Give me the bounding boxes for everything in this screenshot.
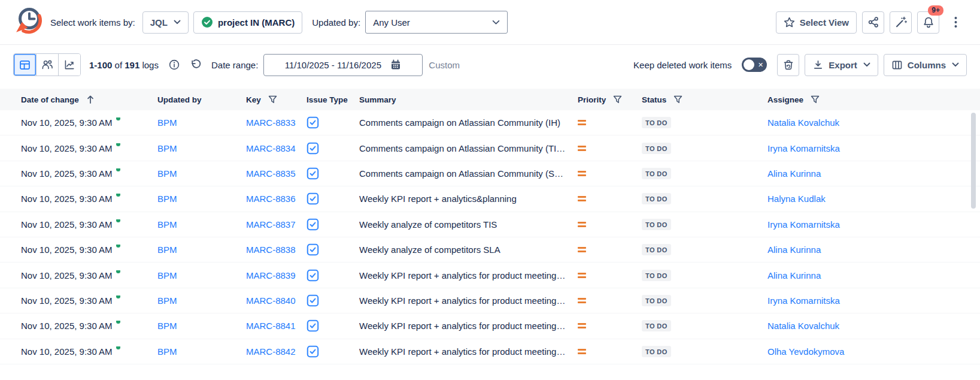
task-issue-type-icon	[307, 218, 319, 231]
assignee-link[interactable]: Iryna Komarnitska	[767, 295, 840, 306]
updated-by-link[interactable]: BPM	[157, 321, 177, 331]
assignee-link[interactable]: Alina Kurinna	[767, 168, 821, 179]
column-header-summary[interactable]: Summary	[359, 95, 578, 104]
star-icon	[784, 17, 795, 28]
assignee-link[interactable]: Iryna Komarnitska	[767, 143, 840, 153]
issue-type-cell	[307, 319, 359, 332]
filter-funnel-icon[interactable]	[811, 95, 820, 104]
user-filter-select[interactable]: Any User	[365, 11, 508, 34]
column-header-key[interactable]: Key	[246, 95, 307, 104]
columns-button[interactable]: Columns	[884, 54, 967, 76]
work-item-key-link[interactable]: MARC-8842	[246, 346, 296, 357]
work-item-key-link[interactable]: MARC-8835	[246, 168, 296, 179]
summary-cell: Weekly KPI report + analytics for produc…	[359, 295, 578, 306]
date-range-input[interactable]: 11/10/2025 - 11/16/2025	[263, 54, 423, 76]
column-header-assignee[interactable]: Assignee	[767, 95, 980, 104]
updated-by-link[interactable]: BPM	[157, 194, 177, 204]
jql-dropdown-button[interactable]: JQL	[142, 11, 189, 34]
date-of-change: Nov 10, 2025, 9:30 AM	[21, 295, 113, 306]
filter-funnel-icon[interactable]	[613, 95, 622, 104]
info-button[interactable]	[168, 59, 180, 71]
key-cell: MARC-8840	[246, 295, 307, 306]
logs-table: Date of change Updated by Key Issue Type…	[0, 89, 980, 364]
work-item-key-link[interactable]: MARC-8833	[246, 117, 296, 128]
date-of-change-cell: Nov 10, 2025, 9:30 AM	[21, 295, 157, 306]
user-filter-value: Any User	[373, 17, 410, 28]
new-log-dot-icon	[116, 321, 120, 324]
users-view-button[interactable]	[36, 54, 58, 76]
status-cell: TO DO	[642, 244, 767, 255]
work-item-key-link[interactable]: MARC-8837	[246, 219, 296, 230]
chart-view-button[interactable]	[58, 54, 80, 76]
work-item-key-link[interactable]: MARC-8840	[246, 295, 296, 306]
jql-label: JQL	[150, 17, 168, 28]
status-cell: TO DO	[642, 219, 767, 230]
updated-by-link[interactable]: BPM	[157, 117, 177, 128]
refresh-button[interactable]	[190, 59, 202, 71]
assignee-link[interactable]: Olha Yevdokymova	[767, 346, 844, 357]
summary-text: Comments campaign on Atlassian Community…	[359, 117, 560, 128]
status-cell: TO DO	[642, 168, 767, 179]
priority-cell	[578, 298, 642, 303]
work-item-key-link[interactable]: MARC-8838	[246, 245, 296, 255]
top-bar: Select work items by: JQL project IN (MA…	[0, 0, 980, 45]
task-issue-type-icon	[307, 319, 319, 332]
table-row: Nov 10, 2025, 9:30 AM BPM MARC-8838 Week…	[0, 237, 980, 263]
deleted-items-trash-button[interactable]	[777, 54, 799, 76]
columns-label: Columns	[908, 60, 946, 70]
export-button[interactable]: Export	[805, 54, 878, 76]
work-item-key-link[interactable]: MARC-8836	[246, 194, 296, 204]
column-header-updated-by[interactable]: Updated by	[157, 95, 246, 104]
assignee-link[interactable]: Natalia Kovalchuk	[767, 117, 839, 128]
table-view-button[interactable]	[14, 54, 36, 76]
priority-cell	[578, 146, 642, 151]
filter-funnel-icon[interactable]	[673, 95, 682, 104]
priority-cell	[578, 247, 642, 252]
updated-by-link[interactable]: BPM	[157, 295, 177, 306]
assignee-link[interactable]: Halyna Kudlak	[767, 194, 826, 204]
updated-by-link[interactable]: BPM	[157, 219, 177, 230]
key-cell: MARC-8835	[246, 168, 307, 179]
task-issue-type-icon	[307, 142, 319, 155]
select-view-button[interactable]: Select View	[776, 11, 857, 34]
share-button[interactable]	[862, 11, 884, 34]
more-menu-button[interactable]	[945, 11, 967, 34]
key-cell: MARC-8836	[246, 194, 307, 204]
sort-ascending-icon[interactable]	[86, 95, 95, 104]
updated-by-link[interactable]: BPM	[157, 143, 177, 153]
updated-by-link[interactable]: BPM	[157, 270, 177, 281]
column-header-date-of-change[interactable]: Date of change	[21, 95, 157, 104]
project-filter-chip[interactable]: project IN (MARC)	[193, 11, 302, 34]
key-cell: MARC-8837	[246, 219, 307, 230]
bell-icon	[923, 16, 935, 28]
column-header-issue-type[interactable]: Issue Type	[307, 95, 359, 104]
column-header-status[interactable]: Status	[642, 95, 767, 104]
updated-by-link[interactable]: BPM	[157, 168, 177, 179]
notifications-button[interactable]: 9+	[917, 11, 939, 34]
updated-by-link[interactable]: BPM	[157, 245, 177, 255]
priority-cell	[578, 171, 642, 176]
work-item-key-link[interactable]: MARC-8839	[246, 270, 296, 281]
updated-by-cell: BPM	[157, 270, 246, 281]
work-item-key-link[interactable]: MARC-8834	[246, 143, 296, 153]
assignee-link[interactable]: Iryna Komarnitska	[767, 219, 840, 230]
priority-medium-icon	[578, 120, 586, 125]
priority-medium-icon	[578, 171, 586, 176]
assignee-link[interactable]: Natalia Kovalchuk	[767, 321, 839, 331]
table-header-row: Date of change Updated by Key Issue Type…	[0, 89, 980, 110]
assignee-cell: Halyna Kudlak	[767, 194, 980, 204]
assignee-link[interactable]: Alina Kurinna	[767, 245, 821, 255]
column-header-priority[interactable]: Priority	[578, 95, 642, 104]
vertical-scrollbar[interactable]	[971, 113, 976, 209]
chevron-down-icon	[863, 62, 870, 67]
keep-deleted-toggle[interactable]: ✕	[742, 58, 767, 72]
updated-by-cell: BPM	[157, 143, 246, 153]
assignee-cell: Natalia Kovalchuk	[767, 117, 980, 128]
task-issue-type-icon	[307, 294, 319, 307]
updated-by-link[interactable]: BPM	[157, 346, 177, 357]
magic-wand-button[interactable]	[890, 11, 912, 34]
work-item-key-link[interactable]: MARC-8841	[246, 321, 296, 331]
assignee-link[interactable]: Alina Kurinna	[767, 270, 821, 281]
date-of-change-cell: Nov 10, 2025, 9:30 AM	[21, 245, 157, 255]
filter-funnel-icon[interactable]	[268, 95, 277, 104]
